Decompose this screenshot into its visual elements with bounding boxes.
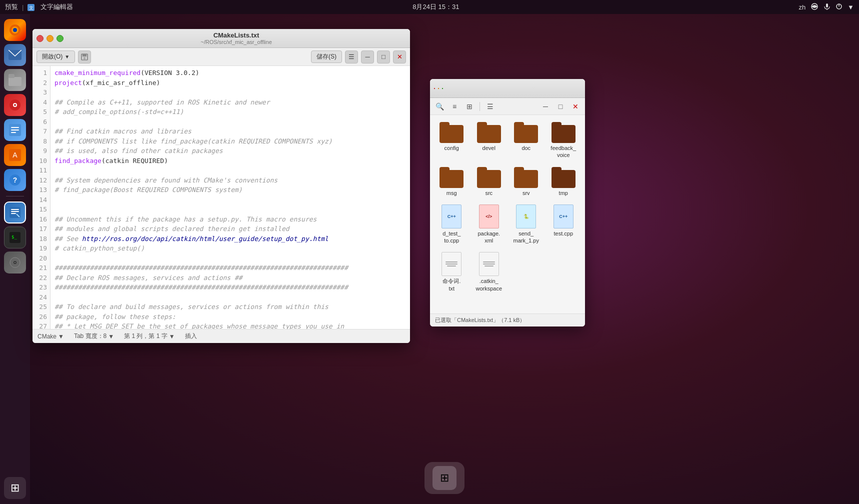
fm-file-testcpp-label: test.cpp xyxy=(554,230,573,237)
editor-title: CMakeLists.txt xyxy=(66,32,406,39)
dock-help[interactable]: ? xyxy=(4,169,26,191)
editor-maximize-icon[interactable]: □ xyxy=(377,50,390,64)
svg-rect-25 xyxy=(11,209,19,210)
open-dropdown-icon[interactable]: ▼ xyxy=(64,54,70,60)
preview-label: 預覧 xyxy=(5,2,18,12)
mic-icon[interactable] xyxy=(824,3,830,12)
fm-folder-devel[interactable]: devel xyxy=(472,120,506,161)
dock-firefox[interactable] xyxy=(4,19,26,41)
fm-minimize-btn[interactable] xyxy=(438,88,439,89)
fm-search-btn[interactable]: 🔍 xyxy=(433,100,446,113)
fm-close-btn[interactable] xyxy=(434,88,435,89)
fm-folder-src-label: src xyxy=(485,190,492,196)
fm-folder-feedback-label: feedback_voice xyxy=(550,144,576,159)
fm-file-xml[interactable]: </> package.xml xyxy=(472,202,506,246)
svg-rect-11 xyxy=(8,77,22,86)
text-editor-window: CMakeLists.txt ~/ROS/src/xf_mic_asr_offl… xyxy=(32,29,410,343)
insert-mode: 插入 xyxy=(185,332,197,340)
cmake-status[interactable]: CMake ▼ xyxy=(38,333,64,340)
editor-statusbar: CMake ▼ Tab 寬度：8 ▼ 第 1 列，第 1 字 ▼ 插入 xyxy=(32,329,410,343)
menu-icon-btn[interactable]: ☰ xyxy=(345,50,358,64)
cmake-arrow: ▼ xyxy=(58,333,64,340)
fm-toolbar: 🔍 ≡ ⊞ ☰ ─ □ ✕ xyxy=(430,98,585,115)
fm-file-txt[interactable]: 命令词.txt xyxy=(435,250,468,294)
dock-appstore[interactable]: A xyxy=(4,144,26,166)
fm-folder-src[interactable]: src xyxy=(472,165,506,198)
fm-maximize-btn[interactable] xyxy=(442,88,443,89)
editor-toolbar: 開啟(O) ▼ 儲存(S) ☰ ─ □ ✕ xyxy=(32,48,410,66)
svg-rect-12 xyxy=(8,74,14,78)
fm-file-py[interactable]: 🐍 send_mark_1.py xyxy=(510,202,543,246)
fm-folder-doc[interactable]: doc xyxy=(510,120,543,161)
taskbar-center: 8月24日 15：31 xyxy=(412,2,459,12)
fm-file-py-label: send_mark_1.py xyxy=(514,230,539,244)
tab-label: Tab 寬度：8 xyxy=(74,332,106,340)
dock-email[interactable] xyxy=(4,44,26,66)
fm-win-maximize[interactable]: □ xyxy=(554,100,567,113)
dock-music[interactable] xyxy=(4,94,26,116)
cmake-label: CMake xyxy=(38,333,56,340)
app-name-text: 文字編輯器 xyxy=(40,2,73,12)
desktop-dock: ⊞ xyxy=(424,462,464,494)
editor-close-icon[interactable]: ✕ xyxy=(393,50,406,64)
editor-minimize-icon[interactable]: ─ xyxy=(361,50,374,64)
dock-notes[interactable] xyxy=(4,119,26,141)
dock-terminal[interactable]: $_ xyxy=(4,226,26,248)
editor-subtitle: ~/ROS/src/xf_mic_asr_offline xyxy=(66,39,406,45)
dock-dvd[interactable] xyxy=(4,252,26,274)
svg-text:文: 文 xyxy=(29,6,34,10)
svg-rect-35 xyxy=(82,54,86,56)
editor-minimize-btn[interactable] xyxy=(46,35,54,42)
position-label: 第 1 列，第 1 字 xyxy=(124,332,168,340)
fm-list-btn[interactable]: ≡ xyxy=(448,100,461,113)
fm-folder-tmp[interactable]: tmp xyxy=(547,165,580,198)
svg-rect-19 xyxy=(11,132,16,133)
fm-file-cpp1[interactable]: C++ d_test_to.cpp xyxy=(435,202,468,246)
fm-content: config devel doc feedback_voice msg sr xyxy=(430,115,585,314)
save-label: 儲存(S) xyxy=(316,52,336,61)
desktop-grid-icon[interactable]: ⊞ xyxy=(432,466,456,490)
code-area[interactable]: cmake_minimum_required(VERSION 3.0.2) pr… xyxy=(50,66,410,329)
fm-file-xml-label: package.xml xyxy=(478,230,500,244)
position-status[interactable]: 第 1 列，第 1 字 ▼ xyxy=(124,332,175,340)
svg-rect-36 xyxy=(84,57,86,60)
fm-titlebar xyxy=(430,79,585,98)
fm-folder-config-label: config xyxy=(444,144,459,152)
dock-divider xyxy=(6,196,24,196)
network-icon[interactable] xyxy=(810,2,818,12)
taskbar-separator: | xyxy=(22,4,24,11)
fm-win-close[interactable]: ✕ xyxy=(569,100,582,113)
taskbar: 預覧 | 文 文字編輯器 8月24日 15：31 zh ▼ xyxy=(0,0,859,14)
fm-folder-feedback-voice[interactable]: feedback_voice xyxy=(547,120,580,161)
svg-point-15 xyxy=(14,104,16,106)
settings-arrow[interactable]: ▼ xyxy=(848,4,854,11)
lang-label[interactable]: zh xyxy=(798,4,806,11)
fm-folder-msg[interactable]: msg xyxy=(435,165,468,198)
tab-status[interactable]: Tab 寬度：8 ▼ xyxy=(74,332,114,340)
fm-win-minimize[interactable]: ─ xyxy=(539,100,552,113)
save-button[interactable]: 儲存(S) xyxy=(311,50,342,63)
file-manager-window: 🔍 ≡ ⊞ ☰ ─ □ ✕ config devel doc xyxy=(430,79,585,326)
dock-grid[interactable]: ⊞ xyxy=(4,477,26,499)
line-numbers: 12345 678910 1112131415 1617181920 21222… xyxy=(32,66,50,329)
fm-file-txt-label: 命令词.txt xyxy=(442,278,460,292)
fm-file-catkin[interactable]: .catkin_workspace xyxy=(472,250,506,294)
editor-maximize-btn[interactable] xyxy=(56,35,64,42)
fm-folder-srv[interactable]: srv xyxy=(510,165,543,198)
pos-arrow: ▼ xyxy=(169,333,175,340)
fm-folder-config[interactable]: config xyxy=(435,120,468,161)
dock-editor[interactable] xyxy=(4,202,26,224)
save-icon-btn[interactable] xyxy=(78,50,91,64)
fm-folder-devel-label: devel xyxy=(482,144,496,152)
open-button[interactable]: 開啟(O) ▼ xyxy=(36,50,75,63)
dock-files[interactable] xyxy=(4,69,26,91)
editor-titlebar: CMakeLists.txt ~/ROS/src/xf_mic_asr_offl… xyxy=(32,29,410,48)
fm-folder-tmp-label: tmp xyxy=(559,190,568,196)
svg-rect-18 xyxy=(11,130,19,130)
power-icon[interactable] xyxy=(836,3,842,12)
editor-close-btn[interactable] xyxy=(36,35,44,42)
fm-grid-btn[interactable]: ⊞ xyxy=(463,100,476,113)
editor-content[interactable]: 12345 678910 1112131415 1617181920 21222… xyxy=(32,66,410,329)
fm-file-testcpp[interactable]: C++ test.cpp xyxy=(547,202,580,246)
fm-menu-btn[interactable]: ☰ xyxy=(484,100,496,113)
